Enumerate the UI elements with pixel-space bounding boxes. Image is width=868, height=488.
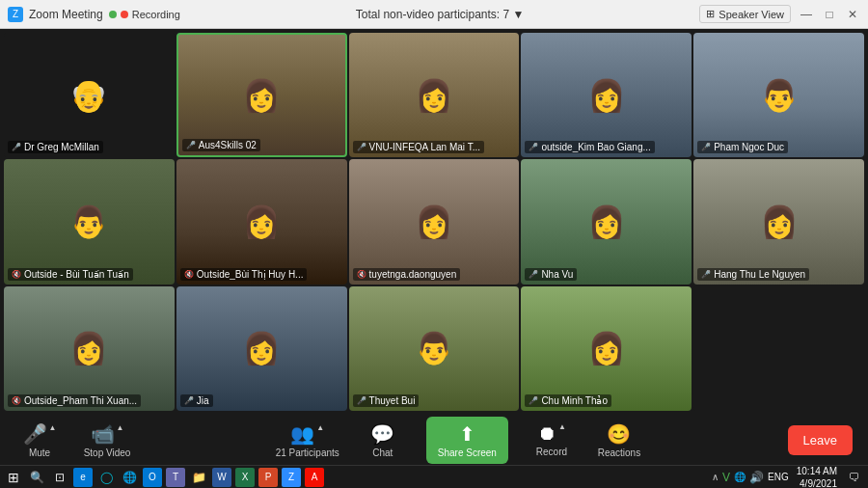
mic-icon-11: 🔇 <box>12 396 21 405</box>
system-tray: ∧ V 🌐 🔊 ENG <box>712 471 789 484</box>
title-bar-left: Z Zoom Meeting Recording <box>8 7 180 22</box>
word-icon[interactable]: W <box>212 468 231 487</box>
edge-icon[interactable]: e <box>73 468 93 487</box>
title-bar-right: ⊞ Speaker View — □ ✕ <box>699 5 860 23</box>
reactions-label: Reactions <box>598 447 640 458</box>
participant-name-11: 🔇 Outside_Pham Thi Xuan... <box>8 394 141 407</box>
participants-icon: 👥 <box>290 422 314 446</box>
chat-button[interactable]: 💬 Chat <box>359 422 407 458</box>
clock-time: 10:14 AM <box>797 465 837 477</box>
video-cell-6: 👨 🔇 Outside - Bùi Tuấn Tuấn <box>4 159 175 284</box>
video-cell-5: 👨 🎤 Pham Ngoc Duc <box>693 33 864 157</box>
participant-video-10: 👩 <box>693 159 864 284</box>
minimize-button[interactable]: — <box>799 7 814 22</box>
participant-video-12: 👩 <box>176 286 347 411</box>
toolbar: 🎤 ▲ Mute 📹 ▲ Stop Video 👥 ▲ 21 Participa… <box>0 415 868 465</box>
mic-icon-14: 🎤 <box>529 396 538 405</box>
recording-red-dot <box>121 11 128 18</box>
participant-video-6: 👨 <box>4 159 175 284</box>
maximize-button[interactable]: □ <box>822 7 837 22</box>
mic-icon-12: 🎤 <box>184 396 194 405</box>
mic-icon-6: 🔇 <box>12 270 21 279</box>
language-label: ENG <box>768 472 789 482</box>
search-button[interactable]: 🔍 <box>27 468 46 487</box>
start-button[interactable]: ⊞ <box>4 468 23 487</box>
participant-name-12: 🎤 Jia <box>180 394 213 407</box>
outlook-icon[interactable]: O <box>143 468 162 487</box>
video-cell-1: 👴 🎤 Dr Greg McMillan <box>4 33 175 157</box>
zoom-icon: Z <box>8 7 23 22</box>
video-cell-12: 👩 🎤 Jia <box>176 286 347 411</box>
mic-icon-2: 🎤 <box>186 141 196 149</box>
volume-icon[interactable]: 🔊 <box>749 471 764 484</box>
network-icon: 🌐 <box>734 472 746 482</box>
chrome-icon[interactable]: 🌐 <box>120 468 139 487</box>
taskbar-left: ⊞ 🔍 ⊡ e ◯ 🌐 O T 📁 W X P Z A <box>4 468 324 487</box>
participant-video-9: 👩 <box>521 159 692 284</box>
acrobat-icon[interactable]: A <box>305 468 324 487</box>
participant-name-4: 🎤 outside_Kim Bao Giang... <box>525 141 654 153</box>
excel-icon[interactable]: X <box>235 468 255 487</box>
mic-icon-7: 🔇 <box>184 270 194 279</box>
close-button[interactable]: ✕ <box>845 7 860 22</box>
speaker-view-button[interactable]: ⊞ Speaker View <box>699 5 791 23</box>
video-cell-2: 👩 🎤 Aus4Skills 02 <box>176 33 347 157</box>
participants-button[interactable]: 👥 ▲ 21 Participants <box>276 422 339 458</box>
share-screen-button[interactable]: ⬆ Share Screen <box>426 417 508 464</box>
participant-name-13: 🎤 Thuyet Bui <box>353 394 420 407</box>
participant-video-2: 👩 <box>178 35 345 155</box>
chat-label: Chat <box>372 447 393 458</box>
mute-arrow: ▲ <box>49 423 57 432</box>
video-cell-13: 👨 🎤 Thuyet Bui <box>349 286 520 411</box>
video-cell-9: 👩 🎤 Nha Vu <box>521 159 692 284</box>
taskbar-clock[interactable]: 10:14 AM 4/9/2021 <box>797 465 837 489</box>
reactions-icon: 😊 <box>607 422 631 446</box>
toolbar-center: 👥 ▲ 21 Participants 💬 Chat ⬆ Share Scree… <box>276 417 643 464</box>
participant-name-1: 🎤 Dr Greg McMillan <box>8 141 103 153</box>
mute-icon: 🎤 <box>23 422 47 446</box>
participant-name-9: 🎤 Nha Vu <box>525 268 577 281</box>
recording-label: Recording <box>132 9 180 20</box>
mic-icon-13: 🎤 <box>357 396 366 405</box>
video-cell-14: 👩 🎤 Chu Minh Thảo <box>521 286 692 411</box>
explorer-icon[interactable]: 📁 <box>189 468 208 487</box>
video-cell-7: 👩 🔇 Outside_Bùi Thị Huy H... <box>176 159 347 284</box>
participants-arrow: ▲ <box>316 423 324 432</box>
participant-name-14: 🎤 Chu Minh Thảo <box>525 394 611 407</box>
title-bar: Z Zoom Meeting Recording Total non-video… <box>0 0 868 29</box>
participant-video-7: 👩 <box>176 159 347 284</box>
participant-video-14: 👩 <box>521 286 692 411</box>
powerpoint-icon[interactable]: P <box>258 468 278 487</box>
zoom-taskbar-icon[interactable]: Z <box>282 468 301 487</box>
reactions-button[interactable]: 😊 Reactions <box>595 422 643 458</box>
stop-video-label: Stop Video <box>84 447 131 458</box>
video-arrow: ▲ <box>117 423 124 432</box>
video-cell-10: 👩 🎤 Hang Thu Le Nguyen <box>693 159 864 284</box>
security-dot <box>109 11 117 18</box>
tray-arrow[interactable]: ∧ <box>712 472 719 482</box>
participant-name-7: 🔇 Outside_Bùi Thị Huy H... <box>180 268 308 281</box>
taskbar-right: ∧ V 🌐 🔊 ENG 10:14 AM 4/9/2021 🗨 <box>712 465 864 489</box>
task-view-button[interactable]: ⊡ <box>50 468 69 487</box>
leave-button[interactable]: Leave <box>788 425 853 455</box>
teams-icon[interactable]: T <box>166 468 185 487</box>
video-cell-8: 👩 🔇 tuyetnga.daonguyen <box>349 159 520 284</box>
participant-video-11: 👩 <box>4 286 175 411</box>
stop-video-button[interactable]: 📹 ▲ Stop Video <box>83 422 131 458</box>
record-label: Record <box>536 447 567 457</box>
mic-icon-1: 🎤 <box>12 143 21 151</box>
participant-video-8: 👩 <box>349 159 520 284</box>
participant-video-13: 👨 <box>349 286 520 411</box>
non-video-count[interactable]: Total non-video participants: 7 ▼ <box>356 8 525 21</box>
participant-video-5: 👨 <box>693 33 864 157</box>
participant-name-5: 🎤 Pham Ngoc Duc <box>697 141 788 153</box>
recording-badge: Recording <box>109 9 180 20</box>
notification-icon[interactable]: 🗨 <box>845 468 864 487</box>
mic-icon-8: 🔇 <box>357 270 366 279</box>
record-button[interactable]: ⏺ ▲ Record <box>528 422 576 457</box>
mute-button[interactable]: 🎤 ▲ Mute <box>15 422 64 458</box>
chevron-down-icon: ▼ <box>513 8 525 21</box>
record-arrow: ▲ <box>558 422 566 431</box>
participant-video-3: 👩 <box>349 33 520 157</box>
cortana-icon[interactable]: ◯ <box>96 468 116 487</box>
